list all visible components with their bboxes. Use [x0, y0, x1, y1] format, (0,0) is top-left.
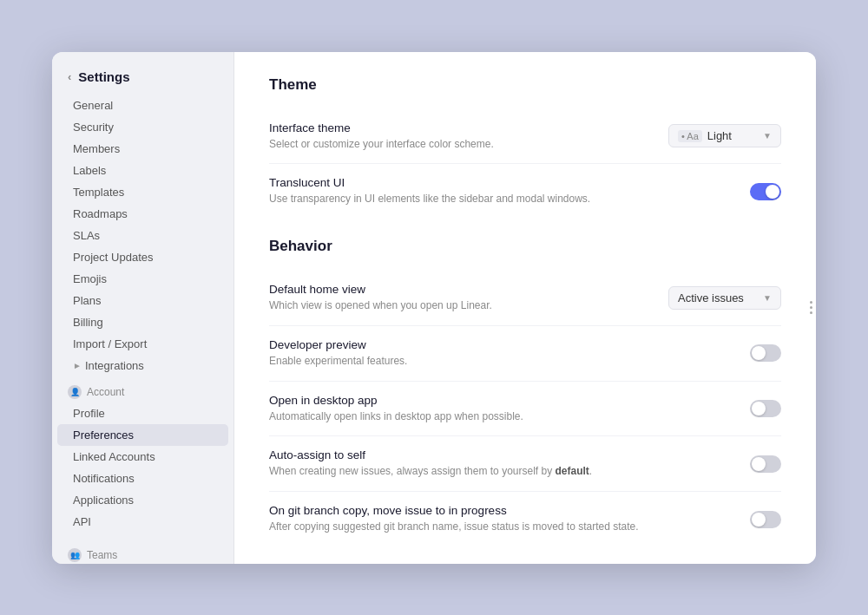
- home-view-value: Active issues: [678, 291, 744, 304]
- interface-theme-desc: Select or customize your interface color…: [269, 137, 651, 152]
- theme-section: Theme Interface theme Select or customiz…: [269, 76, 781, 219]
- interface-theme-info: Interface theme Select or customize your…: [269, 121, 651, 152]
- open-desktop-info: Open in desktop app Automatically open l…: [269, 394, 733, 424]
- theme-title: Theme: [269, 76, 781, 94]
- theme-dropdown-content: • Aa Light: [678, 129, 732, 142]
- git-branch-toggle[interactable]: [750, 511, 781, 528]
- theme-value: Light: [707, 129, 732, 142]
- sidebar-item-notifications[interactable]: Notifications: [57, 468, 228, 489]
- auto-assign-info: Auto-assign to self When creating new is…: [269, 448, 733, 479]
- sidebar-title: ‹ Settings: [52, 66, 233, 95]
- git-branch-info: On git branch copy, move issue to in pro…: [269, 504, 733, 534]
- sidebar-item-project-updates[interactable]: Project Updates: [57, 246, 228, 268]
- sidebar-item-import-export[interactable]: Import / Export: [57, 333, 228, 355]
- sidebar: ‹ Settings General Security Members Labe…: [52, 52, 234, 564]
- auto-assign-desc: When creating new issues, always assign …: [269, 464, 733, 479]
- account-section-header: 👤 Account: [52, 376, 233, 402]
- sidebar-item-applications[interactable]: Applications: [57, 489, 228, 511]
- main-content: Theme Interface theme Select or customiz…: [234, 52, 816, 564]
- sidebar-item-plans[interactable]: Plans: [57, 290, 228, 311]
- open-desktop-desc: Automatically open links in desktop app …: [269, 409, 733, 424]
- sidebar-item-emojis[interactable]: Emojis: [57, 268, 228, 290]
- git-branch-desc: After copying suggested git branch name,…: [269, 520, 733, 534]
- sidebar-item-general[interactable]: General: [57, 95, 228, 116]
- account-icon: 👤: [68, 385, 82, 399]
- back-icon[interactable]: ‹: [68, 70, 71, 83]
- sidebar-item-security[interactable]: Security: [57, 116, 228, 138]
- chevron-down-icon: ▼: [763, 131, 772, 141]
- sidebar-item-billing[interactable]: Billing: [57, 311, 228, 333]
- workspace-nav: General Security Members Labels Template…: [52, 95, 233, 355]
- sidebar-item-preferences[interactable]: Preferences: [57, 424, 228, 446]
- default-home-view-label: Default home view: [269, 283, 651, 296]
- teams-section-header: 👥 Teams: [52, 540, 233, 564]
- interface-theme-dropdown[interactable]: • Aa Light ▼: [668, 124, 781, 147]
- default-home-view-info: Default home view Which view is opened w…: [269, 283, 651, 313]
- developer-preview-row: Developer preview Enable experimental fe…: [269, 326, 781, 382]
- toggle-slider: [750, 183, 781, 200]
- interface-theme-label: Interface theme: [269, 121, 651, 134]
- open-desktop-label: Open in desktop app: [269, 394, 733, 407]
- translucent-ui-desc: Use transparency in UI elements like the…: [269, 192, 733, 206]
- default-home-view-dropdown[interactable]: Active issues ▼: [668, 286, 781, 310]
- developer-preview-toggle[interactable]: [750, 344, 781, 362]
- interface-theme-row: Interface theme Select or customize your…: [269, 109, 781, 165]
- toggle-slider: [750, 344, 781, 362]
- sidebar-item-integrations[interactable]: ► Integrations: [57, 355, 228, 376]
- toggle-slider: [750, 511, 781, 528]
- translucent-ui-info: Translucent UI Use transparency in UI el…: [269, 176, 733, 206]
- auto-assign-toggle[interactable]: [750, 455, 781, 473]
- sidebar-item-members[interactable]: Members: [57, 138, 228, 160]
- chevron-right-icon: ►: [73, 361, 82, 370]
- default-home-view-row: Default home view Which view is opened w…: [269, 271, 781, 326]
- auto-assign-label: Auto-assign to self: [269, 448, 733, 461]
- chevron-down-icon: ▼: [763, 293, 772, 303]
- sidebar-item-linked-accounts[interactable]: Linked Accounts: [57, 446, 228, 468]
- translucent-ui-label: Translucent UI: [269, 176, 733, 189]
- sidebar-item-profile[interactable]: Profile: [57, 402, 228, 424]
- behavior-section: Behavior Default home view Which view is…: [269, 238, 781, 546]
- sidebar-item-templates[interactable]: Templates: [57, 181, 228, 203]
- git-branch-row: On git branch copy, move issue to in pro…: [269, 492, 781, 546]
- translucent-ui-row: Translucent UI Use transparency in UI el…: [269, 164, 781, 219]
- open-desktop-toggle[interactable]: [750, 400, 781, 417]
- default-home-view-desc: Which view is opened when you open up Li…: [269, 298, 651, 313]
- behavior-title: Behavior: [269, 238, 781, 255]
- sidebar-item-roadmaps[interactable]: Roadmaps: [57, 203, 228, 225]
- sidebar-item-labels[interactable]: Labels: [57, 160, 228, 181]
- settings-window: ‹ Settings General Security Members Labe…: [52, 52, 816, 564]
- theme-aa-label: • Aa: [678, 130, 702, 142]
- toggle-slider: [750, 400, 781, 417]
- toggle-slider: [750, 455, 781, 473]
- resize-handle[interactable]: [809, 291, 812, 325]
- developer-preview-label: Developer preview: [269, 338, 733, 351]
- translucent-ui-toggle[interactable]: [750, 183, 781, 200]
- git-branch-label: On git branch copy, move issue to in pro…: [269, 504, 733, 517]
- teams-icon: 👥: [68, 548, 82, 562]
- sidebar-item-slas[interactable]: SLAs: [57, 225, 228, 246]
- auto-assign-row: Auto-assign to self When creating new is…: [269, 436, 781, 492]
- sidebar-item-api[interactable]: API: [57, 511, 228, 533]
- developer-preview-info: Developer preview Enable experimental fe…: [269, 338, 733, 369]
- developer-preview-desc: Enable experimental features.: [269, 354, 733, 369]
- open-desktop-row: Open in desktop app Automatically open l…: [269, 382, 781, 437]
